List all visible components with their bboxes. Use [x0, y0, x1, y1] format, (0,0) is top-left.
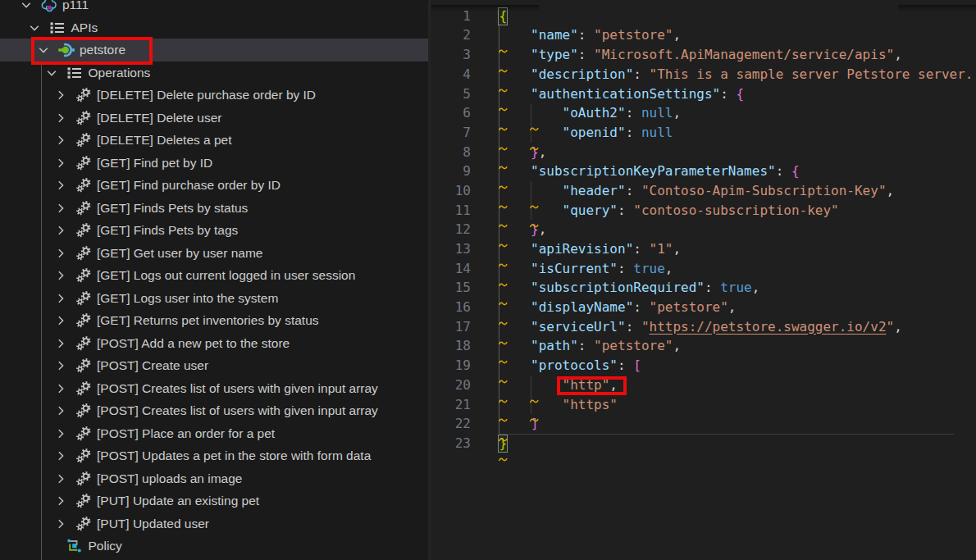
- service-url-link[interactable]: https://petstore.swagger.io/v2: [650, 319, 887, 335]
- code-line-13[interactable]: "apiRevision": "1",: [499, 239, 974, 259]
- chevron-down-icon[interactable]: [20, 0, 33, 11]
- chevron-right-icon[interactable]: [54, 269, 67, 282]
- chevron-right-icon[interactable]: [54, 134, 67, 147]
- token-kw: null: [641, 105, 673, 121]
- chevron-right-icon[interactable]: [54, 472, 67, 485]
- json-editor[interactable]: 1234567891011121314151617181920212223 { …: [431, 0, 976, 560]
- chevron-down-icon[interactable]: [28, 21, 41, 34]
- chevron-right-icon[interactable]: [54, 224, 67, 237]
- code-line-2[interactable]: "name": "petstore",: [499, 25, 974, 45]
- token-str: ": [887, 319, 895, 335]
- chevron-right-icon[interactable]: [54, 337, 67, 350]
- tree-item-post-add-a-new-pet-to-the-store[interactable]: [POST] Add a new pet to the store: [0, 332, 428, 355]
- token-key: "isCurrent": [531, 261, 618, 276]
- tree-item-delete-delete-user[interactable]: [DELETE] Delete user: [0, 107, 428, 130]
- tree-item-get-logs-out-current-logged-in-user-session[interactable]: [GET] Logs out current logged in user se…: [0, 264, 428, 287]
- token-str: "1": [650, 241, 673, 257]
- warning-squiggle-icon: [499, 157, 508, 162]
- chevron-right-icon[interactable]: [54, 157, 67, 170]
- code-line-9[interactable]: "subscriptionKeyParameterNames": {: [499, 162, 974, 181]
- code-line-4[interactable]: "description": "This is a sample server …: [499, 65, 974, 84]
- tree-item-p111[interactable]: p111: [0, 0, 428, 16]
- operation-icon: [75, 357, 92, 374]
- tree-item-delete-deletes-a-pet[interactable]: [DELETE] Deletes a pet: [0, 129, 428, 152]
- warning-squiggle-icon: [499, 216, 508, 220]
- line-number: 14: [431, 259, 471, 279]
- chevron-right-icon[interactable]: [54, 359, 67, 372]
- tree-item-get-logs-user-into-the-system[interactable]: [GET] Logs user into the system: [0, 287, 428, 310]
- operation-icon: [75, 403, 92, 419]
- tree-item-post-place-an-order-for-a-pet[interactable]: [POST] Place an order for a pet: [0, 422, 428, 445]
- tree-item-put-updated-user[interactable]: [PUT] Updated user: [0, 512, 428, 535]
- code-line-5[interactable]: "authenticationSettings": {: [499, 84, 974, 104]
- token-b1: [: [633, 357, 641, 373]
- chevron-right-icon[interactable]: [54, 202, 67, 215]
- tree-item-put-update-an-existing-pet[interactable]: [PUT] Update an existing pet: [0, 489, 428, 512]
- chevron-right-icon[interactable]: [54, 179, 67, 192]
- line-number: 7: [431, 123, 471, 143]
- code-line-16[interactable]: "displayName": "petstore",: [499, 298, 974, 317]
- chevron-right-icon[interactable]: [54, 292, 67, 305]
- code-line-22[interactable]: ]: [499, 414, 974, 434]
- tree-item-policy[interactable]: Policy: [0, 535, 428, 558]
- tree-item-label: Policy: [89, 539, 122, 553]
- chevron-right-icon[interactable]: [54, 247, 67, 260]
- code-line-6[interactable]: "oAuth2": null,: [499, 103, 974, 123]
- code-line-23[interactable]: }: [499, 434, 974, 453]
- chevron-right-icon[interactable]: [54, 314, 67, 327]
- operation-icon: [75, 110, 92, 126]
- tree-item-operations[interactable]: Operations: [0, 61, 428, 84]
- apim-service-icon: [41, 0, 57, 13]
- chevron-right-icon[interactable]: [54, 427, 67, 440]
- chevron-right-icon[interactable]: [54, 517, 67, 530]
- tree-item-apis[interactable]: APIs: [0, 16, 428, 39]
- code-line-11[interactable]: "query": "contoso-subscription-key": [499, 201, 974, 221]
- tree-item-get-finds-pets-by-tags[interactable]: [GET] Finds Pets by tags: [0, 219, 428, 242]
- chevron-right-icon[interactable]: [54, 112, 67, 125]
- operation-icon: [75, 245, 92, 262]
- tree-item-label: [DELETE] Delete user: [97, 111, 221, 125]
- chevron-right-icon[interactable]: [54, 89, 67, 102]
- token-key: "openid": [563, 125, 626, 140]
- warning-squiggle-icon: [499, 139, 508, 143]
- operation-icon: [75, 312, 92, 329]
- code-line-8[interactable]: },: [499, 143, 974, 162]
- tree-item-post-creates-list-of-users-with-given-input-array[interactable]: [POST] Creates list of users with given …: [0, 377, 428, 400]
- code-line-10[interactable]: "header": "Contoso-Apim-Subscription-Key…: [499, 181, 974, 201]
- tree-item-get-find-pet-by-id[interactable]: [GET] Find pet by ID: [0, 152, 428, 175]
- warning-squiggle-icon: [499, 275, 508, 279]
- chevron-right-icon[interactable]: [54, 382, 67, 395]
- line-number: 19: [431, 356, 471, 376]
- token-pn: :: [626, 125, 641, 140]
- code-line-19[interactable]: "protocols": [: [499, 356, 974, 376]
- token-key: "subscriptionRequired": [531, 280, 705, 295]
- operation-icon: [75, 426, 92, 442]
- code-line-12[interactable]: },: [499, 220, 974, 239]
- tree-item-post-creates-list-of-users-with-given-input-array[interactable]: [POST] Creates list of users with given …: [0, 399, 428, 422]
- tree-item-post-uploads-an-image[interactable]: [POST] uploads an image: [0, 467, 428, 490]
- line-number: 13: [431, 239, 471, 259]
- tree-item-post-updates-a-pet-in-the-store-with-form-data[interactable]: [POST] Updates a pet in the store with f…: [0, 444, 428, 467]
- chevron-right-icon[interactable]: [54, 449, 67, 462]
- chevron-down-icon[interactable]: [45, 66, 58, 80]
- code-line-18[interactable]: "path": "petstore",: [499, 336, 974, 356]
- warning-squiggle-icon: [499, 61, 508, 65]
- tree-item-post-create-user[interactable]: [POST] Create user: [0, 354, 428, 377]
- code-line-14[interactable]: "isCurrent": true,: [499, 259, 974, 279]
- tree-item-delete-delete-purchase-order-by-id[interactable]: [DELETE] Delete purchase order by ID: [0, 84, 428, 107]
- token-pn: ,: [673, 241, 681, 257]
- code-line-7[interactable]: "openid": null: [499, 123, 974, 143]
- code-line-15[interactable]: "subscriptionRequired": true,: [499, 278, 974, 298]
- tree-item-get-finds-pets-by-status[interactable]: [GET] Finds Pets by status: [0, 197, 428, 220]
- tree-item-get-find-purchase-order-by-id[interactable]: [GET] Find purchase order by ID: [0, 174, 428, 197]
- tree-item-get-returns-pet-inventories-by-status[interactable]: [GET] Returns pet inventories by status: [0, 309, 428, 332]
- tree-item-label: APIs: [71, 20, 98, 35]
- code-line-21[interactable]: "https": [499, 395, 974, 415]
- code-line-3[interactable]: "type": "Microsoft.ApiManagement/service…: [499, 45, 974, 65]
- policy-icon: [66, 538, 83, 554]
- code-line-17[interactable]: "serviceUrl": "https://petstore.swagger.…: [499, 317, 974, 337]
- tree-item-get-get-user-by-user-name[interactable]: [GET] Get user by user name: [0, 242, 428, 265]
- chevron-right-icon[interactable]: [54, 494, 67, 508]
- chevron-right-icon[interactable]: [54, 404, 67, 417]
- tree-item-label: [POST] Creates list of users with given …: [97, 403, 378, 418]
